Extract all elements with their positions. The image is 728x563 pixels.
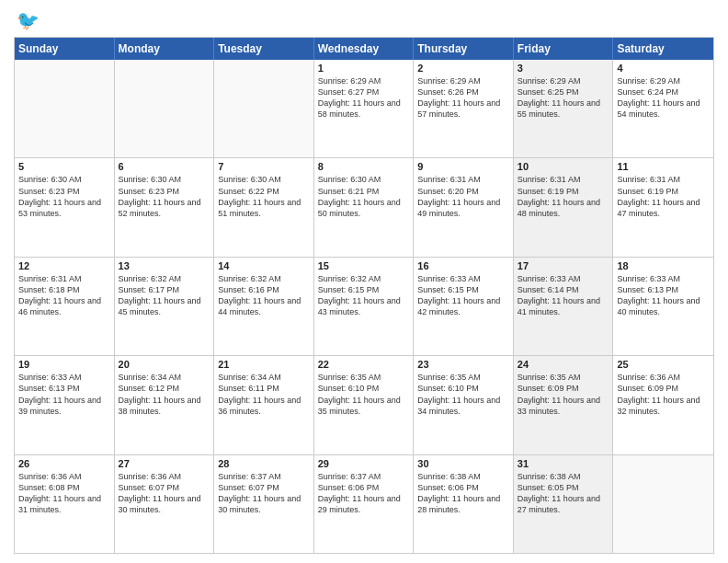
cal-cell-19: 19Sunrise: 6:33 AMSunset: 6:13 PMDayligh… — [15, 356, 115, 454]
cal-cell-27: 27Sunrise: 6:36 AMSunset: 6:07 PMDayligh… — [115, 455, 215, 553]
day-info: Sunrise: 6:34 AMSunset: 6:11 PMDaylight:… — [218, 372, 310, 417]
cal-cell-15: 15Sunrise: 6:32 AMSunset: 6:15 PMDayligh… — [314, 258, 415, 355]
day-number: 15 — [318, 260, 410, 271]
day-info: Sunrise: 6:38 AMSunset: 6:06 PMDaylight:… — [417, 471, 509, 516]
cal-cell-14: 14Sunrise: 6:32 AMSunset: 6:16 PMDayligh… — [214, 258, 314, 355]
day-info: Sunrise: 6:33 AMSunset: 6:15 PMDaylight:… — [417, 273, 509, 318]
day-number: 8 — [318, 161, 410, 172]
cal-cell-26: 26Sunrise: 6:36 AMSunset: 6:08 PMDayligh… — [15, 455, 115, 553]
cal-cell-13: 13Sunrise: 6:32 AMSunset: 6:17 PMDayligh… — [115, 258, 215, 355]
day-number: 30 — [417, 458, 509, 469]
day-number: 25 — [617, 359, 710, 370]
day-info: Sunrise: 6:33 AMSunset: 6:13 PMDaylight:… — [617, 273, 710, 318]
day-number: 23 — [417, 359, 509, 370]
day-info: Sunrise: 6:30 AMSunset: 6:21 PMDaylight:… — [318, 174, 410, 219]
cal-cell-25: 25Sunrise: 6:36 AMSunset: 6:09 PMDayligh… — [613, 356, 713, 454]
cal-cell-24: 24Sunrise: 6:35 AMSunset: 6:09 PMDayligh… — [514, 356, 614, 454]
page: 🐦 SundayMondayTuesdayWednesdayThursdayFr… — [0, 0, 728, 563]
cal-cell-22: 22Sunrise: 6:35 AMSunset: 6:10 PMDayligh… — [314, 356, 415, 454]
day-info: Sunrise: 6:29 AMSunset: 6:27 PMDaylight:… — [318, 75, 410, 121]
cal-cell-empty-0-2 — [214, 60, 314, 157]
day-info: Sunrise: 6:36 AMSunset: 6:09 PMDaylight:… — [617, 372, 710, 417]
day-info: Sunrise: 6:32 AMSunset: 6:17 PMDaylight:… — [119, 273, 210, 318]
cal-header-tuesday: Tuesday — [214, 38, 314, 60]
day-number: 3 — [518, 63, 609, 74]
cal-cell-10: 10Sunrise: 6:31 AMSunset: 6:19 PMDayligh… — [514, 158, 614, 256]
day-info: Sunrise: 6:37 AMSunset: 6:06 PMDaylight:… — [318, 471, 410, 516]
day-number: 29 — [318, 458, 410, 469]
day-info: Sunrise: 6:29 AMSunset: 6:24 PMDaylight:… — [617, 75, 710, 121]
day-number: 26 — [18, 458, 110, 469]
day-number: 11 — [617, 161, 710, 172]
day-info: Sunrise: 6:31 AMSunset: 6:19 PMDaylight:… — [518, 174, 609, 219]
cal-week-3: 12Sunrise: 6:31 AMSunset: 6:18 PMDayligh… — [15, 258, 713, 356]
cal-cell-17: 17Sunrise: 6:33 AMSunset: 6:14 PMDayligh… — [514, 258, 614, 355]
cal-cell-empty-0-1 — [115, 60, 215, 157]
cal-header-friday: Friday — [514, 38, 614, 60]
day-info: Sunrise: 6:30 AMSunset: 6:23 PMDaylight:… — [18, 174, 110, 219]
day-info: Sunrise: 6:36 AMSunset: 6:08 PMDaylight:… — [18, 471, 110, 516]
cal-header-monday: Monday — [115, 38, 215, 60]
day-info: Sunrise: 6:30 AMSunset: 6:23 PMDaylight:… — [119, 174, 210, 219]
cal-cell-16: 16Sunrise: 6:33 AMSunset: 6:15 PMDayligh… — [414, 258, 514, 355]
calendar-body: 1Sunrise: 6:29 AMSunset: 6:27 PMDaylight… — [15, 60, 713, 553]
day-number: 5 — [18, 161, 110, 172]
day-number: 4 — [617, 63, 710, 74]
cal-week-5: 26Sunrise: 6:36 AMSunset: 6:08 PMDayligh… — [15, 455, 713, 553]
cal-cell-2: 2Sunrise: 6:29 AMSunset: 6:26 PMDaylight… — [414, 60, 514, 157]
day-number: 19 — [18, 359, 110, 370]
day-number: 17 — [518, 260, 609, 271]
cal-cell-18: 18Sunrise: 6:33 AMSunset: 6:13 PMDayligh… — [613, 258, 713, 355]
day-info: Sunrise: 6:31 AMSunset: 6:20 PMDaylight:… — [417, 174, 509, 219]
cal-header-sunday: Sunday — [15, 38, 115, 60]
day-number: 12 — [18, 260, 110, 271]
cal-cell-7: 7Sunrise: 6:30 AMSunset: 6:22 PMDaylight… — [214, 158, 314, 256]
cal-cell-4: 4Sunrise: 6:29 AMSunset: 6:24 PMDaylight… — [613, 60, 713, 157]
cal-cell-3: 3Sunrise: 6:29 AMSunset: 6:25 PMDaylight… — [514, 60, 614, 157]
cal-header-saturday: Saturday — [613, 38, 713, 60]
day-number: 21 — [218, 359, 310, 370]
cal-cell-29: 29Sunrise: 6:37 AMSunset: 6:06 PMDayligh… — [314, 455, 415, 553]
cal-cell-20: 20Sunrise: 6:34 AMSunset: 6:12 PMDayligh… — [115, 356, 215, 454]
cal-week-2: 5Sunrise: 6:30 AMSunset: 6:23 PMDaylight… — [15, 158, 713, 257]
day-info: Sunrise: 6:36 AMSunset: 6:07 PMDaylight:… — [119, 471, 210, 516]
day-info: Sunrise: 6:33 AMSunset: 6:14 PMDaylight:… — [518, 273, 609, 318]
logo-bird-icon: 🐦 — [17, 9, 40, 31]
cal-week-4: 19Sunrise: 6:33 AMSunset: 6:13 PMDayligh… — [15, 356, 713, 454]
day-number: 18 — [617, 260, 710, 271]
day-number: 24 — [518, 359, 609, 370]
day-number: 13 — [119, 260, 210, 271]
cal-cell-1: 1Sunrise: 6:29 AMSunset: 6:27 PMDaylight… — [314, 60, 415, 157]
cal-cell-6: 6Sunrise: 6:30 AMSunset: 6:23 PMDaylight… — [115, 158, 215, 256]
header: 🐦 — [14, 9, 714, 31]
day-number: 20 — [119, 359, 210, 370]
day-info: Sunrise: 6:34 AMSunset: 6:12 PMDaylight:… — [119, 372, 210, 417]
cal-header-thursday: Thursday — [414, 38, 514, 60]
day-info: Sunrise: 6:31 AMSunset: 6:18 PMDaylight:… — [18, 273, 110, 318]
day-info: Sunrise: 6:29 AMSunset: 6:25 PMDaylight:… — [518, 75, 609, 121]
day-number: 22 — [318, 359, 410, 370]
calendar-header-row: SundayMondayTuesdayWednesdayThursdayFrid… — [15, 38, 713, 60]
cal-cell-12: 12Sunrise: 6:31 AMSunset: 6:18 PMDayligh… — [15, 258, 115, 355]
cal-header-wednesday: Wednesday — [314, 38, 415, 60]
calendar: SundayMondayTuesdayWednesdayThursdayFrid… — [14, 37, 714, 554]
day-info: Sunrise: 6:31 AMSunset: 6:19 PMDaylight:… — [617, 174, 710, 219]
day-number: 2 — [417, 63, 509, 74]
cal-cell-5: 5Sunrise: 6:30 AMSunset: 6:23 PMDaylight… — [15, 158, 115, 256]
day-info: Sunrise: 6:32 AMSunset: 6:16 PMDaylight:… — [218, 273, 310, 318]
day-number: 6 — [119, 161, 210, 172]
day-info: Sunrise: 6:35 AMSunset: 6:10 PMDaylight:… — [417, 372, 509, 417]
day-number: 7 — [218, 161, 310, 172]
day-info: Sunrise: 6:32 AMSunset: 6:15 PMDaylight:… — [318, 273, 410, 318]
day-number: 28 — [218, 458, 310, 469]
day-info: Sunrise: 6:37 AMSunset: 6:07 PMDaylight:… — [218, 471, 310, 516]
logo: 🐦 — [14, 9, 40, 31]
day-number: 27 — [119, 458, 210, 469]
day-info: Sunrise: 6:35 AMSunset: 6:10 PMDaylight:… — [318, 372, 410, 417]
day-number: 31 — [518, 458, 609, 469]
cal-cell-30: 30Sunrise: 6:38 AMSunset: 6:06 PMDayligh… — [414, 455, 514, 553]
day-info: Sunrise: 6:30 AMSunset: 6:22 PMDaylight:… — [218, 174, 310, 219]
cal-cell-9: 9Sunrise: 6:31 AMSunset: 6:20 PMDaylight… — [414, 158, 514, 256]
day-number: 10 — [518, 161, 609, 172]
cal-cell-8: 8Sunrise: 6:30 AMSunset: 6:21 PMDaylight… — [314, 158, 415, 256]
